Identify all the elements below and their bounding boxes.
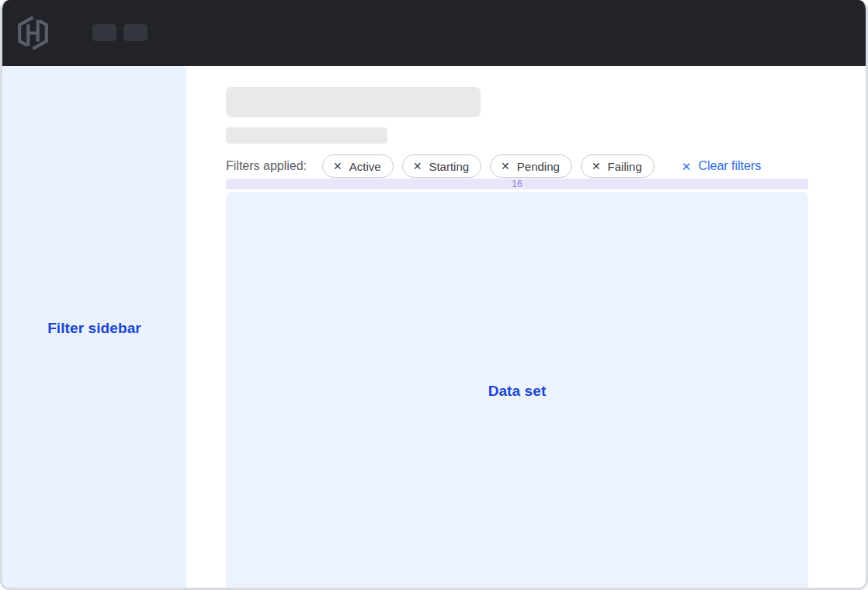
result-count: 16 [512, 179, 522, 189]
hashicorp-logo-icon [17, 16, 49, 50]
filter-chip-active[interactable]: ✕ Active [322, 154, 394, 178]
dataset-area: Data set [226, 192, 808, 590]
page-subtitle-placeholder [226, 127, 387, 144]
filter-chip-label: Starting [429, 161, 469, 172]
remove-filter-icon[interactable]: ✕ [501, 161, 510, 172]
clear-filters-icon: ✕ [682, 161, 692, 172]
filter-chip-label: Failing [608, 161, 642, 172]
remove-filter-icon[interactable]: ✕ [413, 161, 422, 172]
app-window: Filter sidebar Filters applied: ✕ Active… [0, 0, 868, 590]
filters-applied-label: Filters applied: [226, 159, 307, 173]
result-count-bar: 16 [226, 179, 808, 189]
page-title-placeholder [226, 87, 481, 117]
filter-chip-starting[interactable]: ✕ Starting [402, 154, 481, 178]
filter-chip-pending[interactable]: ✕ Pending [490, 154, 572, 178]
top-navbar [2, 0, 866, 66]
dataset-label: Data set [488, 383, 547, 400]
filter-sidebar: Filter sidebar [2, 66, 186, 590]
filter-chip-failing[interactable]: ✕ Failing [581, 154, 654, 178]
clear-filters-label: Clear filters [698, 160, 761, 172]
remove-filter-icon[interactable]: ✕ [592, 161, 601, 172]
remove-filter-icon[interactable]: ✕ [333, 161, 342, 172]
nav-placeholder-item[interactable] [92, 24, 116, 41]
clear-filters-button[interactable]: ✕ Clear filters [682, 160, 761, 172]
nav-placeholder-item[interactable] [123, 24, 148, 41]
filter-chip-label: Active [349, 161, 381, 172]
filter-sidebar-label: Filter sidebar [47, 320, 141, 337]
filters-applied-row: Filters applied: ✕ Active ✕ Starting ✕ P… [226, 154, 808, 178]
filter-chip-label: Pending [517, 161, 560, 172]
